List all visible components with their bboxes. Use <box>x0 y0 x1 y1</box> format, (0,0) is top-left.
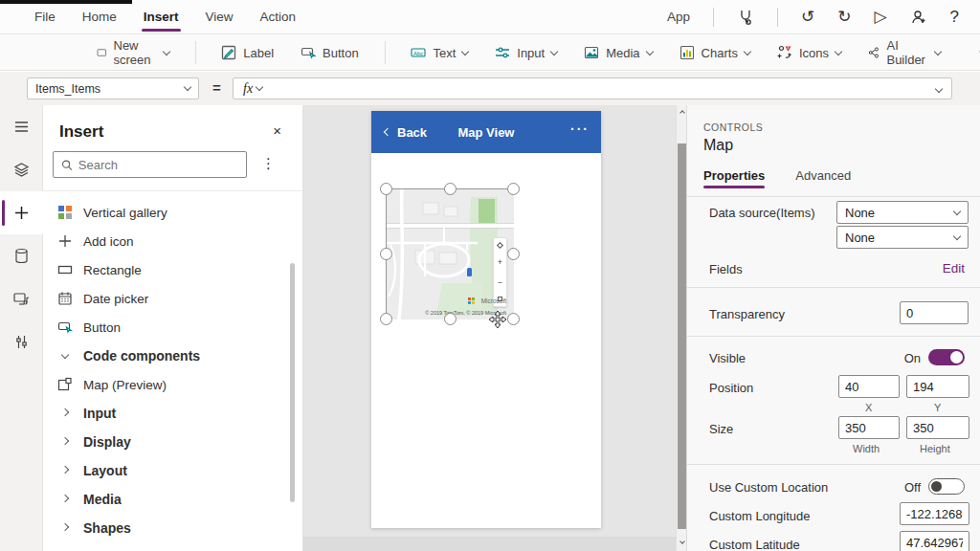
tab-advanced[interactable]: Advanced <box>795 168 851 188</box>
resize-handle-e[interactable] <box>507 248 520 260</box>
canvas-horizontal-scrollbar[interactable] <box>303 537 676 551</box>
kebab-menu-icon[interactable]: ⋮ <box>261 155 276 172</box>
button-button[interactable]: Button <box>292 40 368 65</box>
dropdown-value: None <box>845 231 875 245</box>
media-rail-icon[interactable] <box>0 277 43 320</box>
map-control-selected[interactable]: + − Microsoft © 2019 TomTom, © 2019 Micr… <box>386 188 513 319</box>
property-selector-value: Items_Items <box>35 82 100 96</box>
category-label: Shapes <box>83 520 131 536</box>
charts-menu[interactable]: Charts <box>671 40 759 65</box>
resize-handle-ne[interactable] <box>507 183 520 195</box>
divider <box>687 287 980 288</box>
size-width-input[interactable] <box>838 416 900 439</box>
new-screen-button[interactable]: New screen <box>88 33 178 72</box>
insert-category-display[interactable]: Display <box>43 428 302 456</box>
app-screen[interactable]: Map View Back ··· <box>371 111 601 528</box>
chevron-down-icon[interactable] <box>256 83 263 91</box>
app-scope-label[interactable]: App <box>667 10 690 24</box>
insert-item-map-preview[interactable]: Map (Preview) <box>43 370 302 399</box>
menu-home[interactable]: Home <box>82 0 117 33</box>
canvas-vertical-scrollbar[interactable] <box>676 105 686 551</box>
button-icon <box>56 319 74 336</box>
new-screen-label: New screen <box>114 38 157 67</box>
insert-panel-scrollbar[interactable] <box>290 263 295 502</box>
insert-item-button[interactable]: Button <box>43 313 302 342</box>
close-icon[interactable]: × <box>273 122 281 139</box>
insert-item-vertical-gallery[interactable]: Vertical gallery <box>43 198 302 227</box>
help-icon[interactable]: ? <box>950 9 959 25</box>
advanced-tools-icon[interactable] <box>0 320 43 364</box>
resize-handle-sw[interactable] <box>380 313 392 325</box>
app-checker-icon[interactable] <box>737 9 754 26</box>
position-y-input[interactable] <box>906 375 969 398</box>
data-source-dropdown-2[interactable]: None <box>836 226 969 249</box>
media-menu[interactable]: Media <box>575 40 660 65</box>
resize-handle-s[interactable] <box>444 313 457 325</box>
menu-insert[interactable]: Insert <box>144 0 179 33</box>
input-menu[interactable]: Input <box>486 40 566 65</box>
resize-handle-nw[interactable] <box>380 183 392 195</box>
menu-file[interactable]: File <box>34 0 56 33</box>
redo-icon[interactable]: ↻ <box>837 9 851 25</box>
insert-item-rectangle[interactable]: Rectangle <box>43 255 302 284</box>
formula-input[interactable] <box>270 78 936 99</box>
property-selector[interactable]: Items_Items <box>27 77 199 99</box>
chevron-right-icon <box>56 412 74 415</box>
menu-view[interactable]: View <box>206 0 234 33</box>
data-source-dropdown-1[interactable]: None <box>836 201 969 224</box>
insert-item-date-picker[interactable]: Date picker <box>43 284 302 313</box>
label-button[interactable]: Label <box>212 40 282 65</box>
map-locate-icon[interactable] <box>497 242 503 249</box>
tab-properties[interactable]: Properties <box>703 168 765 188</box>
size-label: Size <box>709 422 733 436</box>
fields-label: Fields <box>709 262 743 276</box>
microsoft-logo-text: Microsoft <box>481 298 506 304</box>
custom-longitude-label: Custom Longitude <box>709 509 811 523</box>
position-x-input[interactable] <box>838 375 900 398</box>
hamburger-menu-icon[interactable] <box>0 105 43 148</box>
insert-category-media[interactable]: Media <box>43 485 302 514</box>
formula-expand-chevron-icon[interactable] <box>935 84 943 92</box>
fields-edit-link[interactable]: Edit <box>943 261 965 276</box>
divider <box>195 41 196 64</box>
item-label: Button <box>83 320 121 335</box>
resize-handle-se[interactable] <box>507 313 520 325</box>
component-icon <box>56 376 74 393</box>
icons-menu[interactable]: Icons <box>768 40 850 65</box>
resize-handle-n[interactable] <box>444 183 457 195</box>
menu-action[interactable]: Action <box>260 0 297 33</box>
insert-rail-icon[interactable] <box>0 191 43 234</box>
charts-label: Charts <box>702 46 738 60</box>
insert-category-code-components[interactable]: Code components <box>43 342 302 370</box>
insert-category-input[interactable]: Input <box>43 399 302 428</box>
insert-category-shapes[interactable]: Shapes <box>43 514 302 542</box>
divider <box>687 336 980 337</box>
use-custom-location-toggle[interactable] <box>928 478 965 495</box>
custom-longitude-input[interactable] <box>900 502 969 525</box>
text-menu[interactable]: Abc Text <box>402 40 477 65</box>
screen-menu-dots-icon[interactable]: ··· <box>570 121 590 137</box>
transparency-input[interactable] <box>900 301 969 324</box>
insert-panel-title: Insert <box>59 122 103 142</box>
insert-category-layout[interactable]: Layout <box>43 456 302 485</box>
share-person-icon[interactable] <box>910 9 927 26</box>
resize-handle-w[interactable] <box>380 248 392 260</box>
play-preview-icon[interactable]: ▷ <box>874 9 886 25</box>
visible-toggle[interactable] <box>928 349 965 365</box>
formula-input-box: fx <box>233 77 952 99</box>
tree-view-icon[interactable] <box>0 148 43 191</box>
map-zoom-in-icon[interactable]: + <box>498 257 502 267</box>
ai-builder-menu[interactable]: AI Builder <box>859 33 949 72</box>
data-sources-icon[interactable] <box>0 234 43 277</box>
map-zoom-out-icon[interactable]: − <box>498 277 502 287</box>
size-height-input[interactable] <box>906 416 969 439</box>
ribbon-overflow-button[interactable] <box>972 46 980 60</box>
fx-icon[interactable]: fx <box>234 81 256 97</box>
undo-icon[interactable]: ↺ <box>801 9 814 25</box>
scrollbar-thumb[interactable] <box>678 143 686 529</box>
custom-latitude-input[interactable] <box>900 531 969 551</box>
chevron-right-icon <box>56 498 74 501</box>
chevron-down-icon <box>184 83 191 91</box>
search-input[interactable] <box>78 158 238 172</box>
insert-item-add-icon[interactable]: Add icon <box>43 227 302 255</box>
